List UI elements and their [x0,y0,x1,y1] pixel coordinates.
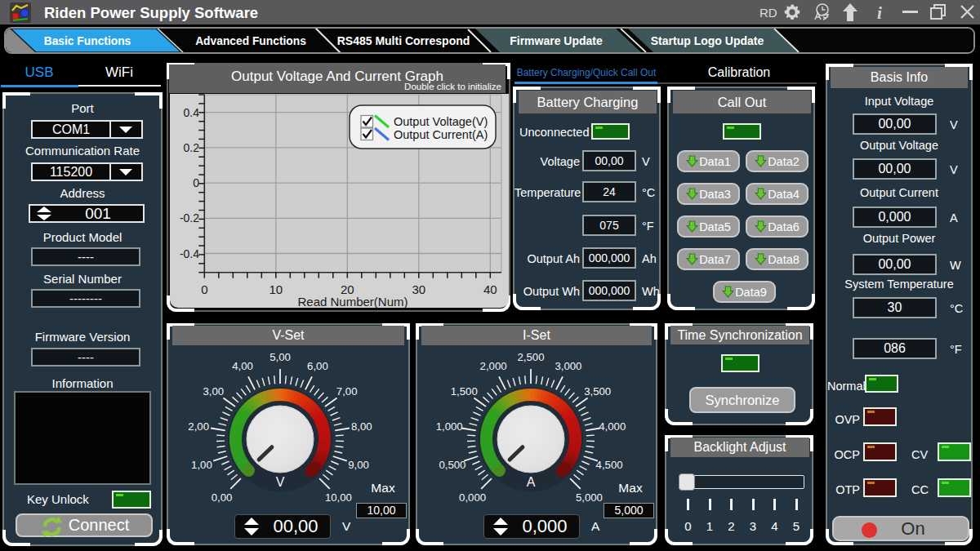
svg-text:Basic Functions: Basic Functions [44,35,131,47]
svg-text:2,000: 2,000 [480,360,507,372]
svg-text:1,00: 1,00 [191,459,212,471]
svg-text:0: 0 [193,176,199,189]
svg-text:5,000: 5,000 [576,491,603,504]
svg-text:40: 40 [483,282,497,296]
svg-text:10: 10 [269,282,283,296]
svg-text:0: 0 [201,282,207,296]
svg-text:4,00: 4,00 [232,360,253,372]
svg-text:2,00: 2,00 [188,420,209,433]
svg-text:Output Current(A): Output Current(A) [394,128,488,141]
svg-text:8,00: 8,00 [351,420,372,433]
svg-text:4,000: 4,000 [599,420,626,433]
svg-text:10,00: 10,00 [325,491,352,504]
svg-text:4,500: 4,500 [596,459,623,471]
svg-text:30: 30 [412,282,425,296]
svg-text:0,000: 0,000 [459,491,486,504]
svg-text:Output Voltage(V): Output Voltage(V) [394,115,488,128]
svg-text:6,00: 6,00 [307,360,328,372]
svg-text:A: A [527,475,536,489]
svg-text:7,00: 7,00 [336,385,358,398]
svg-text:Firmware Update: Firmware Update [510,34,603,47]
svg-text:-0.4: -0.4 [180,247,199,260]
svg-text:1,000: 1,000 [436,420,463,433]
svg-text:0.2: 0.2 [184,141,200,154]
svg-text:0,500: 0,500 [439,459,466,471]
svg-text:0.4: 0.4 [184,106,200,119]
svg-text:5,00: 5,00 [270,351,291,363]
svg-text:RS485 Multi Correspond: RS485 Multi Correspond [337,34,470,47]
svg-text:0,00: 0,00 [212,491,233,504]
svg-text:Advanced Functions: Advanced Functions [195,35,306,47]
svg-text:3,500: 3,500 [584,385,611,398]
svg-text:1,500: 1,500 [451,385,478,398]
svg-text:-0.2: -0.2 [180,211,199,224]
svg-text:V: V [276,475,285,489]
svg-text:9,00: 9,00 [348,459,369,471]
svg-text:Read Number(Num): Read Number(Num) [297,295,408,308]
svg-text:Startup Logo Update: Startup Logo Update [651,34,764,47]
svg-text:2,500: 2,500 [517,351,544,363]
svg-text:3,00: 3,00 [203,385,224,398]
svg-text:3,000: 3,000 [555,360,581,372]
